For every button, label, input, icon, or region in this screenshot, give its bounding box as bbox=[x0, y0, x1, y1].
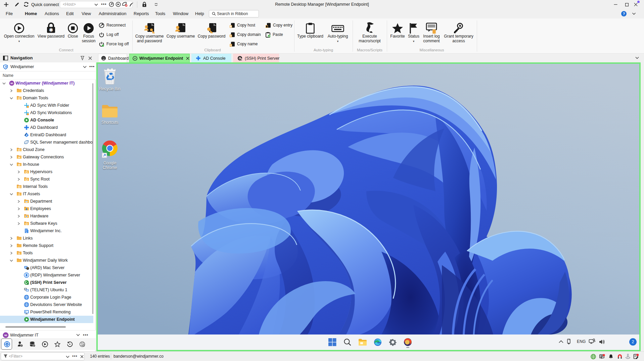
svg-text:WI: WI bbox=[4, 334, 7, 337]
svg-text:✱: ✱ bbox=[49, 27, 53, 33]
svg-text:?: ? bbox=[623, 12, 625, 16]
